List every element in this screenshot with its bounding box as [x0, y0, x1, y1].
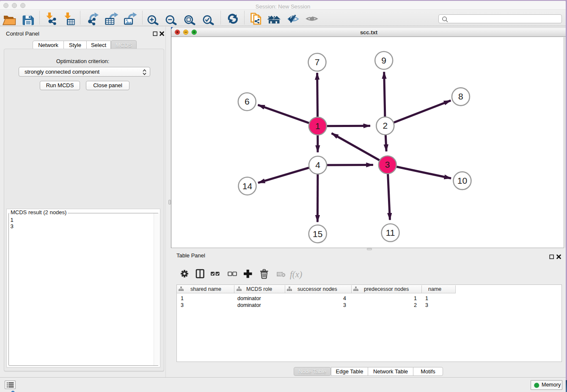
- svg-text:6: 6: [245, 97, 250, 106]
- svg-text:10: 10: [457, 176, 467, 185]
- svg-text:7: 7: [315, 57, 320, 67]
- svg-text:14: 14: [242, 181, 253, 191]
- svg-text:1: 1: [315, 121, 320, 131]
- svg-text:9: 9: [381, 55, 386, 65]
- svg-text:4: 4: [315, 160, 320, 170]
- svg-text:15: 15: [313, 229, 322, 239]
- svg-text:f(x): f(x): [290, 269, 302, 279]
- svg-text:2: 2: [383, 121, 388, 130]
- svg-text:8: 8: [458, 91, 463, 101]
- svg-text:3: 3: [385, 160, 390, 169]
- svg-text:11: 11: [386, 228, 395, 237]
